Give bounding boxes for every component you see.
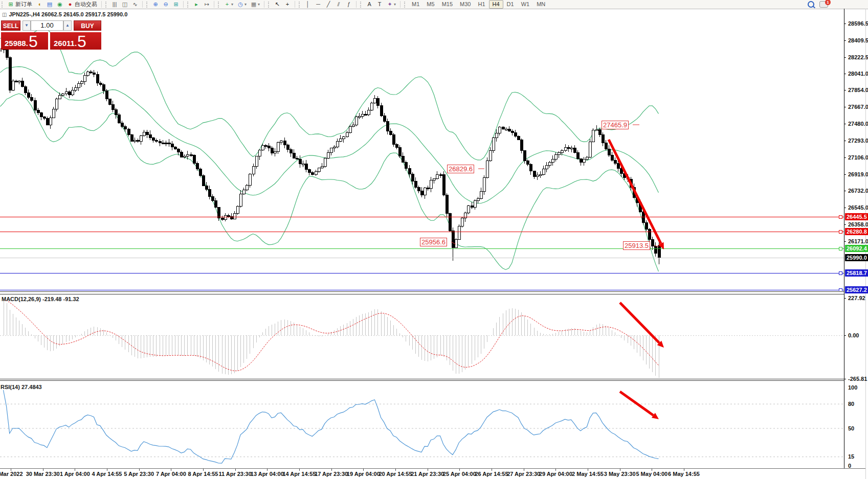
bar-chart-icon[interactable]: |||: [110, 1, 119, 8]
equidistant-channel-icon[interactable]: ⫽: [334, 1, 343, 8]
tile-windows-icon[interactable]: ⊞: [171, 1, 181, 8]
timeframe-M1[interactable]: M1: [408, 0, 423, 9]
autotrading-button[interactable]: ●自动交易: [65, 1, 99, 8]
panel-separator[interactable]: [0, 379, 844, 379]
buy-button[interactable]: BUY: [74, 20, 101, 31]
search-icon[interactable]: [808, 1, 814, 8]
chat-icon[interactable]: 1: [819, 1, 828, 8]
candle-up: [458, 226, 461, 239]
zoom-in-icon[interactable]: ⊕: [151, 1, 160, 8]
toolbar-separator: [183, 1, 184, 8]
indicators-icon[interactable]: +▾: [222, 1, 235, 8]
candle-up: [349, 126, 352, 132]
buy-price-panel[interactable]: 26011 . 5: [50, 32, 101, 50]
indicators-icon-dropdown[interactable]: ▾: [231, 2, 233, 7]
sell-button[interactable]: SELL: [1, 20, 20, 31]
timeframe-MN[interactable]: MN: [533, 0, 549, 9]
candlestick-chart-icon[interactable]: ◫: [120, 1, 129, 8]
level-line-handle[interactable]: [839, 289, 842, 291]
volume-up-button[interactable]: ▲: [63, 20, 72, 31]
panel-separator[interactable]: [0, 291, 844, 292]
timeframe-M30[interactable]: M30: [456, 0, 474, 9]
candle-down: [196, 164, 199, 169]
crosshair-icon[interactable]: +: [283, 1, 292, 8]
market-watch-icon[interactable]: ▤: [45, 1, 54, 8]
zoom-out-icon[interactable]: ⊖: [161, 1, 170, 8]
alerts-horn-icon[interactable]: ◖: [35, 1, 44, 8]
price-annotation[interactable]: 27465.9: [602, 121, 629, 129]
volume-down-button[interactable]: ▼: [23, 20, 31, 31]
price-annotation[interactable]: 25913.5: [623, 241, 650, 250]
time-axis-tick: [492, 469, 492, 471]
sell-price-panel[interactable]: 25988 . 5: [1, 32, 48, 50]
time-axis-label: 11 Apr 23:30: [218, 471, 251, 477]
candle-up: [333, 147, 336, 148]
candle-up: [583, 159, 586, 163]
timeframe-M5[interactable]: M5: [423, 0, 438, 9]
auto-scroll-icon[interactable]: ▸: [192, 1, 201, 8]
macd-panel-canvas[interactable]: [0, 295, 844, 379]
main-chart-canvas[interactable]: [0, 9, 844, 291]
candle-up: [496, 133, 498, 138]
line-chart-icon[interactable]: ∿: [130, 1, 140, 8]
text-icon[interactable]: A: [365, 1, 374, 8]
time-axis-tick: [75, 469, 75, 471]
timeframe-H4[interactable]: H4: [489, 0, 503, 9]
candles: [3, 44, 661, 264]
macd-axis-tick: [844, 298, 846, 299]
trendline-icon[interactable]: ╱: [324, 1, 333, 8]
level-line-handle[interactable]: [839, 272, 842, 275]
rsi-axis-label: 80: [848, 401, 868, 407]
arrows-icon[interactable]: ✦▾: [385, 1, 397, 8]
candle-down: [427, 188, 430, 189]
level-line-handle[interactable]: [839, 231, 842, 234]
navigator-icon[interactable]: ◉: [55, 1, 64, 8]
candle-up: [474, 201, 477, 207]
time-axis-label: 17 Apr 23:30: [315, 471, 348, 477]
candle-down: [290, 149, 293, 153]
panel-separator[interactable]: [0, 294, 844, 294]
vertical-line-icon[interactable]: │: [303, 1, 313, 8]
rsi-panel-canvas[interactable]: [0, 379, 844, 468]
timeframe-H1[interactable]: H1: [474, 0, 488, 9]
candle-down: [221, 218, 224, 220]
timeframe-M15[interactable]: M15: [438, 0, 456, 9]
candle-down: [284, 141, 286, 145]
sell-price-big-digit: 5: [29, 34, 38, 49]
volume-input[interactable]: 1.00: [31, 20, 63, 31]
price-axis-tick: [844, 90, 846, 90]
candle-down: [443, 175, 446, 195]
trend-arrow-shaft[interactable]: [609, 140, 661, 243]
trend-arrow-shaft[interactable]: [620, 392, 653, 415]
candle-up: [65, 92, 68, 94]
text-label-icon[interactable]: T: [375, 1, 384, 8]
fibonacci-icon[interactable]: ƒ: [344, 1, 353, 8]
trend-arrow-shaft[interactable]: [620, 303, 659, 343]
candle-down: [502, 127, 505, 129]
cursor-icon[interactable]: ↖: [273, 1, 282, 8]
new-order-button[interactable]: ⊞新订单: [6, 1, 34, 8]
periods-icon-dropdown[interactable]: ▾: [244, 2, 247, 7]
timeframe-W1[interactable]: W1: [518, 0, 533, 9]
level-line-handle[interactable]: [839, 247, 842, 250]
rsi-line: [4, 390, 659, 463]
panel-separator[interactable]: [0, 380, 844, 381]
chart-shift-icon[interactable]: ↦: [202, 1, 211, 8]
templates-icon: ▦: [251, 1, 257, 8]
templates-icon[interactable]: ▦▾: [249, 1, 261, 8]
horizontal-line-icon[interactable]: ─: [314, 1, 323, 8]
price-annotation[interactable]: 26829.6: [447, 165, 474, 173]
line-chart-icon: ∿: [132, 1, 138, 8]
candle-down: [25, 87, 27, 93]
periods-icon[interactable]: ◷▾: [236, 1, 248, 8]
price-axis-label: 26171.0: [848, 238, 868, 244]
price-axis-tick: [844, 40, 846, 41]
price-axis-tick: [844, 157, 846, 158]
price-annotation[interactable]: 25956.6: [420, 238, 447, 246]
level-line-handle[interactable]: [839, 216, 842, 219]
arrows-icon-dropdown[interactable]: ▾: [394, 2, 396, 7]
timeframe-D1[interactable]: D1: [503, 0, 518, 9]
candle-down: [47, 119, 49, 125]
candle-up: [371, 103, 373, 110]
templates-icon-dropdown[interactable]: ▾: [258, 2, 260, 7]
